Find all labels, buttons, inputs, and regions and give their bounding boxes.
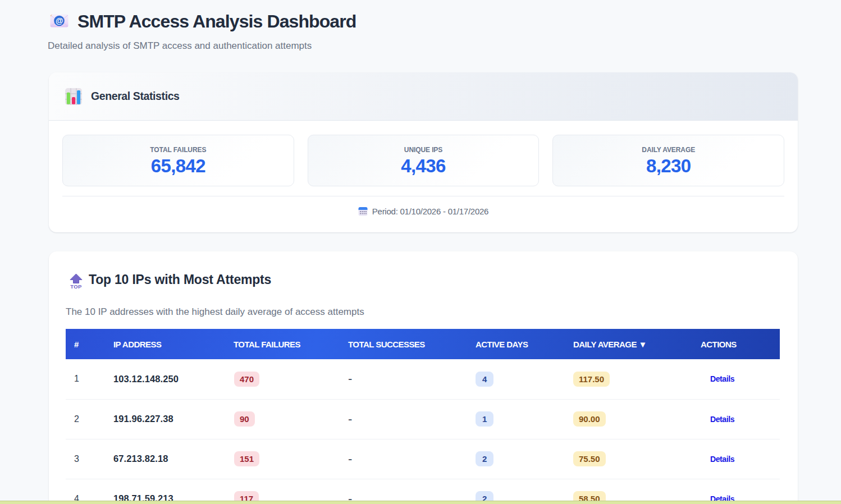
svg-text:@: @: [56, 16, 63, 25]
svg-text:TOP: TOP: [70, 283, 82, 289]
